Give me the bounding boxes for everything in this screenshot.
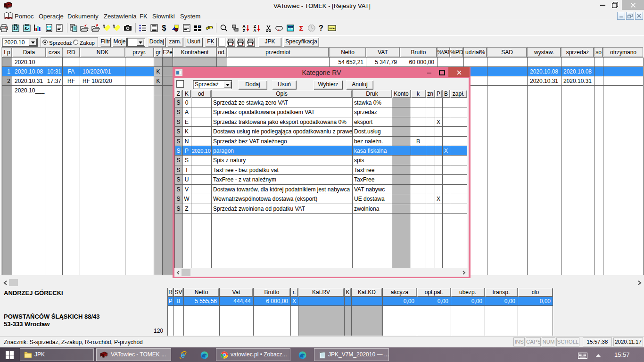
svg-text:A: A <box>253 28 256 33</box>
svg-text:12: 12 <box>13 26 18 31</box>
svg-text:Σ: Σ <box>299 24 303 32</box>
svg-text:Z: Z <box>243 28 246 33</box>
svg-text:$: $ <box>162 24 166 32</box>
svg-text:?: ? <box>319 24 323 32</box>
svg-text:$z: $z <box>25 26 29 31</box>
